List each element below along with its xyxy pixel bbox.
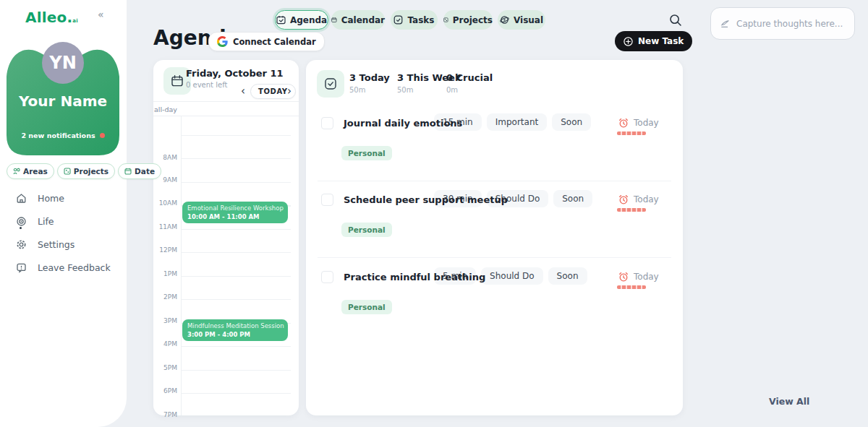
task-row[interactable]: Journal daily emotions 15 min Important … bbox=[306, 109, 683, 181]
plus-circle-icon bbox=[624, 37, 633, 46]
connect-calendar-button[interactable]: Connect Calendar bbox=[208, 32, 325, 51]
feedback-icon bbox=[16, 262, 27, 273]
tab-tasks-label: Tasks bbox=[407, 15, 434, 25]
sidebar-item-life-label: Life bbox=[38, 216, 54, 227]
calendar-grid[interactable]: 8AM 9AM 10AM 11AM 12PM 1PM 2PM 3PM 4PM 5… bbox=[153, 101, 299, 415]
tab-projects[interactable]: Projects bbox=[443, 10, 493, 30]
chip-areas[interactable]: Areas bbox=[7, 163, 54, 179]
urgency-badge[interactable]: Soon bbox=[553, 190, 592, 207]
sidebar-item-life[interactable]: Life bbox=[16, 210, 124, 233]
tag-personal[interactable]: Personal bbox=[341, 300, 392, 314]
capture-thoughts-field[interactable] bbox=[710, 7, 855, 40]
app-canvas: Alleo.ai « YN Your Name 2 new notificati… bbox=[0, 0, 868, 427]
sidebar-item-home-label: Home bbox=[38, 193, 64, 204]
chip-projects-label: Projects bbox=[74, 167, 109, 176]
google-icon bbox=[217, 36, 228, 47]
check-square-icon bbox=[324, 77, 337, 90]
hour-label: 3PM bbox=[163, 317, 177, 324]
calendar-nav: ‹ TODAY › bbox=[153, 84, 299, 100]
hour-label: 12PM bbox=[159, 246, 177, 254]
event-emotional-resilience[interactable]: Emotional Resilience Workshop 10:00 AM -… bbox=[182, 202, 288, 223]
task-checkbox[interactable] bbox=[321, 194, 333, 206]
hour-label: 10AM bbox=[159, 199, 177, 207]
calendar-icon bbox=[331, 15, 337, 25]
urgency-badge[interactable]: Soon bbox=[552, 113, 591, 131]
event-time: 3:00 PM - 4:00 PM bbox=[187, 331, 283, 338]
agenda-icon bbox=[276, 15, 286, 25]
search-button[interactable] bbox=[668, 13, 683, 27]
chip-projects[interactable]: Projects bbox=[57, 163, 115, 179]
tab-agenda[interactable]: Agenda bbox=[275, 10, 328, 30]
avatar[interactable]: YN bbox=[42, 42, 84, 84]
chip-areas-label: Areas bbox=[23, 167, 48, 176]
app-logo-suffix: ai bbox=[72, 18, 78, 24]
hour-label: 1PM bbox=[163, 270, 177, 277]
chip-date[interactable]: Date bbox=[118, 163, 161, 179]
task-title[interactable]: Practice mindful breathing bbox=[344, 272, 485, 282]
sidebar-item-feedback-label: Leave Feedback bbox=[38, 262, 111, 273]
visual-icon bbox=[500, 15, 509, 25]
all-day-row[interactable]: all-day bbox=[153, 101, 299, 116]
urgency-badge[interactable]: Soon bbox=[548, 267, 587, 285]
sidebar-item-settings[interactable]: Settings bbox=[16, 233, 124, 256]
tab-visual[interactable]: Visual bbox=[498, 10, 545, 30]
prev-day-icon[interactable]: ‹ bbox=[241, 85, 245, 97]
hour-label: 7PM bbox=[163, 411, 177, 418]
sidebar-item-home[interactable]: Home bbox=[16, 186, 124, 210]
tab-tasks[interactable]: Tasks bbox=[391, 10, 438, 30]
due-group[interactable]: Today bbox=[618, 272, 659, 282]
due-group[interactable]: Today bbox=[618, 118, 659, 128]
sidebar-collapse-icon[interactable]: « bbox=[98, 9, 104, 20]
due-underline-scribble bbox=[617, 208, 646, 212]
hour-label: 6PM bbox=[163, 387, 177, 394]
hour-label: 9AM bbox=[163, 176, 177, 184]
profile-name: Your Name bbox=[7, 92, 119, 110]
alarm-clock-icon bbox=[618, 272, 629, 282]
stat-today-label: 3 Today bbox=[349, 72, 390, 83]
notifications-label: 2 new notifications bbox=[21, 131, 95, 139]
event-mindfulness-meditation[interactable]: Mindfulness Meditation Session 3:00 PM -… bbox=[182, 319, 288, 341]
chip-date-label: Date bbox=[135, 167, 155, 176]
view-all-link[interactable]: View All bbox=[769, 396, 809, 407]
sidebar-item-settings-label: Settings bbox=[38, 239, 75, 250]
hour-label: 2PM bbox=[163, 293, 177, 301]
event-time: 10:00 AM - 11:00 AM bbox=[187, 213, 283, 220]
priority-badge[interactable]: Should Do bbox=[481, 267, 543, 285]
stat-today: 3 Today 50m bbox=[349, 72, 390, 94]
task-row[interactable]: Practice mindful breathing 5 min Should … bbox=[306, 263, 683, 335]
tasks-panel: 3 Today 50m 3 This Week 50m 0 Crucial 0m… bbox=[306, 60, 683, 415]
new-task-button[interactable]: New Task bbox=[615, 31, 692, 51]
sidebar: Alleo.ai « YN Your Name 2 new notificati… bbox=[0, 0, 127, 427]
new-task-label: New Task bbox=[638, 36, 684, 46]
task-title[interactable]: Journal daily emotions bbox=[344, 118, 462, 129]
due-label: Today bbox=[634, 194, 659, 204]
tag-personal[interactable]: Personal bbox=[341, 223, 392, 237]
task-checkbox[interactable] bbox=[321, 271, 333, 283]
hour-label: 8AM bbox=[163, 154, 177, 161]
sidebar-menu: Home Life Settings Leave Feedback bbox=[16, 186, 124, 279]
tasks-panel-icon-square bbox=[317, 70, 344, 98]
projects-icon bbox=[64, 168, 71, 175]
filter-chips: Areas Projects Date bbox=[7, 163, 121, 179]
task-title[interactable]: Schedule peer support meetup bbox=[344, 194, 508, 205]
task-checkbox[interactable] bbox=[321, 117, 333, 129]
profile-card[interactable]: YN Your Name 2 new notifications bbox=[7, 42, 119, 155]
priority-badge[interactable]: Important bbox=[487, 113, 548, 131]
due-group[interactable]: Today bbox=[618, 194, 659, 204]
calendar-panel: Friday, October 11 0 event left ‹ TODAY … bbox=[153, 60, 299, 415]
task-row[interactable]: Schedule peer support meetup 30 min Shou… bbox=[306, 186, 683, 257]
tab-calendar[interactable]: Calendar bbox=[331, 10, 385, 30]
date-icon bbox=[124, 168, 132, 175]
life-icon bbox=[16, 216, 27, 227]
hour-label: 5PM bbox=[163, 364, 177, 371]
tab-projects-label: Projects bbox=[453, 15, 493, 25]
alarm-clock-icon bbox=[618, 194, 629, 204]
notifications-row[interactable]: 2 new notifications bbox=[7, 131, 119, 139]
life-indicator-dot bbox=[20, 227, 22, 229]
capture-thoughts-input[interactable] bbox=[736, 19, 845, 29]
due-underline-scribble bbox=[617, 131, 646, 135]
tag-personal[interactable]: Personal bbox=[341, 146, 392, 160]
hour-label: 11AM bbox=[159, 223, 177, 230]
sidebar-item-feedback[interactable]: Leave Feedback bbox=[16, 256, 124, 279]
next-day-icon[interactable]: › bbox=[287, 85, 292, 97]
